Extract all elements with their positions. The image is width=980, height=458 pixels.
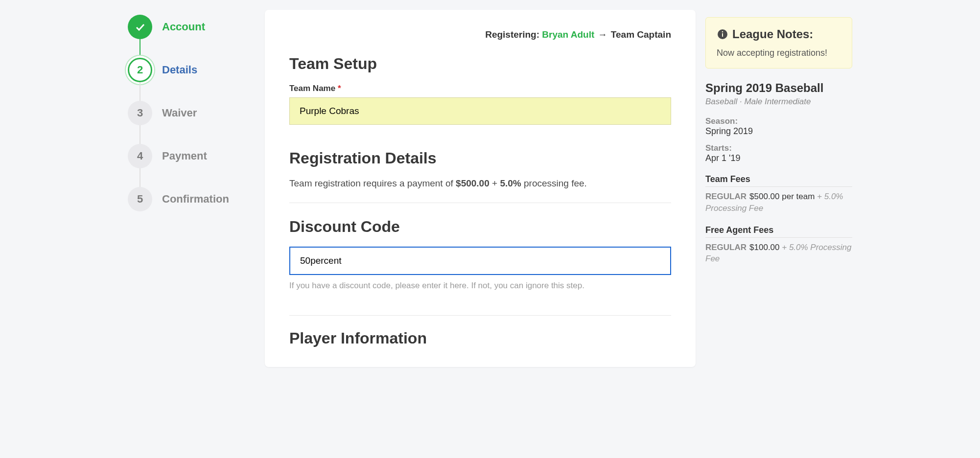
league-notes-body: Now accepting registrations!	[717, 48, 841, 58]
team-fees-heading: Team Fees	[705, 174, 852, 187]
step-label: Waiver	[162, 107, 197, 119]
step-account[interactable]: Account	[128, 15, 255, 58]
starts-label: Starts:	[705, 143, 852, 153]
progress-steps: Account 2 Details 3 Waiver 4 Payment 5 C…	[128, 10, 255, 367]
starts-value: Apr 1 '19	[705, 153, 852, 163]
discount-code-heading: Discount Code	[289, 218, 671, 236]
step-number: 4	[128, 144, 152, 168]
agent-fees-heading: Free Agent Fees	[705, 225, 852, 238]
league-notes-title: League Notes:	[717, 27, 841, 41]
agent-fees-row: REGULAR$100.00 + 5.0% Processing Fee	[705, 242, 852, 265]
svg-rect-1	[722, 33, 723, 37]
main-form-card: Registering: Bryan Adult → Team Captain …	[265, 10, 696, 367]
arrow-icon: →	[598, 29, 607, 40]
step-label: Account	[162, 21, 205, 33]
step-waiver[interactable]: 3 Waiver	[128, 101, 255, 144]
registration-details-heading: Registration Details	[289, 149, 671, 167]
divider	[289, 315, 671, 316]
fee-tag: REGULAR	[705, 192, 747, 201]
step-payment[interactable]: 4 Payment	[128, 144, 255, 187]
step-label: Payment	[162, 150, 207, 162]
team-name-label: Team Name *	[289, 84, 671, 93]
league-title: Spring 2019 Baseball	[705, 81, 852, 95]
season-value: Spring 2019	[705, 126, 852, 137]
team-fees-row: REGULAR$500.00 per team + 5.0% Processin…	[705, 191, 852, 214]
agent-fees-section: Free Agent Fees REGULAR$100.00 + 5.0% Pr…	[705, 225, 852, 265]
fee-tag: REGULAR	[705, 243, 747, 252]
registering-role: Team Captain	[611, 29, 671, 40]
info-icon	[717, 28, 728, 40]
step-details[interactable]: 2 Details	[128, 58, 255, 101]
step-label: Confirmation	[162, 193, 229, 206]
registering-header: Registering: Bryan Adult → Team Captain	[289, 29, 671, 40]
step-number: 5	[128, 187, 152, 211]
league-notes-box: League Notes: Now accepting registration…	[705, 17, 852, 69]
league-sidebar: League Notes: Now accepting registration…	[705, 10, 852, 367]
svg-point-2	[722, 31, 723, 33]
divider	[289, 203, 671, 203]
fee-price: $100.00	[749, 243, 779, 252]
registration-details-text: Team registration requires a payment of …	[289, 178, 671, 189]
fee-price: $500.00 per team	[749, 192, 815, 201]
step-number: 3	[128, 101, 152, 125]
step-number: 2	[128, 58, 152, 82]
discount-code-input[interactable]	[289, 247, 671, 275]
registering-user-link[interactable]: Bryan Adult	[542, 29, 594, 40]
team-setup-heading: Team Setup	[289, 55, 671, 73]
check-icon	[128, 15, 152, 39]
step-confirmation[interactable]: 5 Confirmation	[128, 187, 255, 211]
registering-prefix: Registering:	[485, 29, 542, 40]
team-fees-section: Team Fees REGULAR$500.00 per team + 5.0%…	[705, 174, 852, 214]
season-label: Season:	[705, 116, 852, 126]
player-information-heading: Player Information	[289, 329, 671, 347]
discount-help-text: If you have a discount code, please ente…	[289, 281, 671, 291]
league-subtitle: Baseball · Male Intermediate	[705, 97, 852, 107]
step-label: Details	[162, 64, 197, 76]
required-indicator: *	[338, 84, 341, 93]
team-name-input[interactable]	[289, 97, 671, 125]
